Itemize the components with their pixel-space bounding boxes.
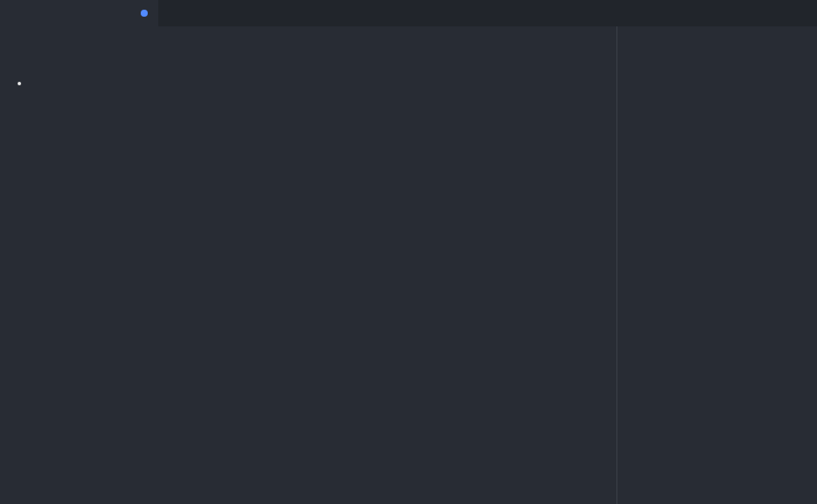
modified-indicator-icon	[141, 10, 148, 17]
vertical-scrollbar[interactable]	[808, 26, 817, 504]
code-area[interactable]	[18, 26, 817, 504]
line-numbers-gutter	[0, 26, 18, 504]
tab-bar	[0, 0, 817, 26]
editor[interactable]	[0, 26, 817, 504]
tab-header-php[interactable]	[0, 0, 158, 26]
wrap-guide	[616, 26, 617, 504]
highlight-box	[18, 82, 21, 85]
